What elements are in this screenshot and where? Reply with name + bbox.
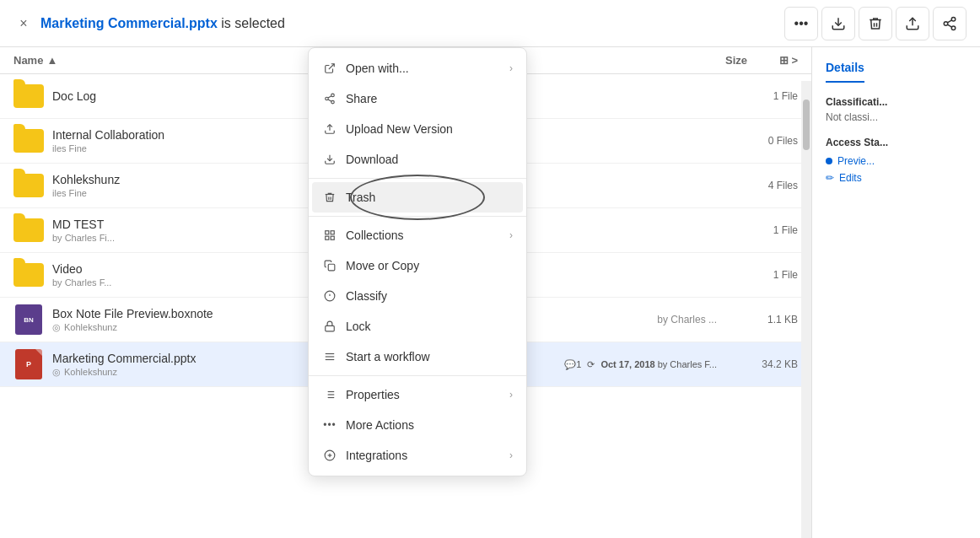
menu-item-properties[interactable]: Properties › [309, 379, 526, 410]
menu-label: Start a workflow [346, 350, 430, 363]
menu-label: Download [346, 153, 398, 166]
lock-icon [322, 319, 337, 334]
menu-item-lock[interactable]: Lock [309, 311, 526, 342]
share-menu-icon [322, 91, 337, 106]
move-copy-icon [322, 258, 337, 273]
menu-label: Move or Copy [346, 259, 419, 272]
menu-item-workflow[interactable]: Start a workflow [309, 342, 526, 372]
context-menu: Open with... › Share Upload New Version … [308, 47, 527, 476]
menu-label: Integrations [346, 449, 407, 462]
svg-point-8 [331, 94, 335, 97]
menu-label: Share [346, 92, 377, 105]
svg-rect-15 [326, 231, 329, 234]
collections-icon [322, 228, 337, 243]
menu-item-move-copy[interactable]: Move or Copy [309, 250, 526, 281]
menu-label: Upload New Version [346, 122, 453, 136]
menu-label: Open with... [346, 62, 409, 75]
more-actions-icon: ••• [322, 417, 337, 433]
svg-line-12 [328, 96, 331, 98]
menu-item-collections[interactable]: Collections › [309, 220, 526, 250]
open-with-icon [322, 61, 337, 76]
menu-item-more-actions[interactable]: ••• More Actions [309, 410, 526, 440]
menu-divider [309, 178, 526, 179]
svg-point-9 [326, 97, 329, 100]
menu-divider [309, 375, 526, 376]
menu-label: More Actions [346, 418, 414, 432]
menu-label: Trash [346, 191, 375, 204]
download-menu-icon [322, 152, 337, 167]
svg-rect-18 [331, 236, 334, 239]
svg-rect-16 [331, 231, 334, 234]
menu-item-upload-version[interactable]: Upload New Version [309, 114, 526, 144]
menu-item-share[interactable]: Share [309, 83, 526, 114]
svg-rect-19 [328, 264, 335, 271]
menu-label: Lock [346, 320, 371, 333]
menu-item-trash[interactable]: Trash [312, 182, 523, 213]
submenu-arrow: › [509, 449, 513, 461]
svg-line-7 [329, 64, 334, 69]
integrations-icon [322, 448, 337, 463]
menu-item-open-with[interactable]: Open with... › [309, 53, 526, 83]
menu-divider [309, 216, 526, 217]
svg-rect-17 [326, 236, 329, 239]
svg-line-11 [328, 100, 331, 101]
svg-point-10 [331, 100, 335, 104]
menu-label: Classify [346, 289, 387, 303]
submenu-arrow: › [509, 62, 513, 74]
trash-menu-icon [322, 190, 337, 205]
menu-item-download[interactable]: Download [309, 144, 526, 175]
menu-item-classify[interactable]: Classify [309, 281, 526, 311]
classify-icon [322, 288, 337, 304]
upload-menu-icon [322, 121, 337, 137]
context-menu-overlay[interactable]: Open with... › Share Upload New Version … [0, 0, 980, 538]
svg-rect-23 [326, 325, 335, 331]
workflow-icon [322, 349, 337, 364]
submenu-arrow: › [509, 229, 513, 241]
menu-label: Properties [346, 388, 400, 401]
menu-label: Collections [346, 229, 403, 242]
submenu-arrow: › [509, 389, 513, 401]
menu-item-integrations[interactable]: Integrations › [309, 440, 526, 471]
properties-icon [322, 387, 337, 402]
